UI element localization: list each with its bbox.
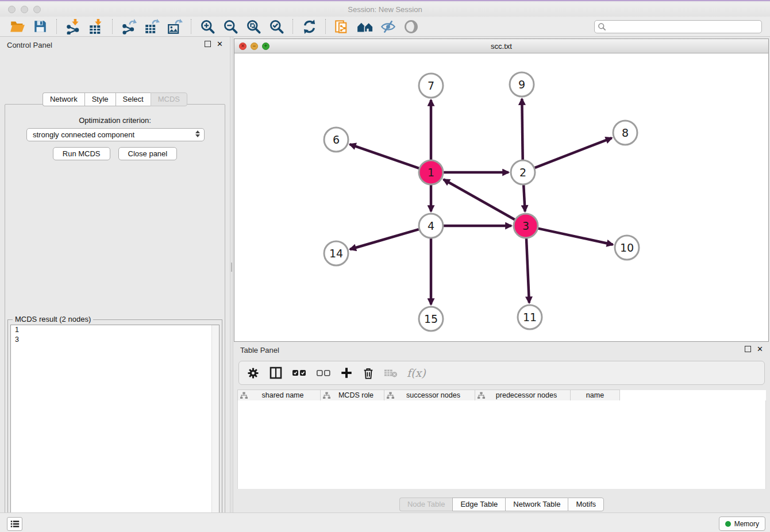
mcds-result-item[interactable]: 1 <box>11 325 219 335</box>
create-column-button[interactable] <box>340 367 353 379</box>
svg-text:7: 7 <box>428 79 434 92</box>
zoom-fit-button[interactable] <box>245 18 262 35</box>
two-houses-icon <box>357 19 374 34</box>
search-input[interactable] <box>594 20 762 33</box>
tab-network-table[interactable]: Network Table <box>505 498 568 511</box>
tab-mcds[interactable]: MCDS <box>151 92 187 106</box>
column-header-name[interactable]: name <box>571 390 620 401</box>
run-mcds-button[interactable]: Run MCDS <box>53 147 110 160</box>
result-scrollbar[interactable] <box>211 325 219 532</box>
graph-edge-3-10[interactable] <box>538 229 613 245</box>
hide-details-button[interactable] <box>379 18 396 35</box>
mcds-result-title: MCDS result (2 nodes) <box>13 315 93 323</box>
export-table-button[interactable] <box>143 18 160 35</box>
graph-edge-2-3[interactable] <box>523 185 525 211</box>
open-session-button[interactable] <box>9 18 26 35</box>
search-field[interactable] <box>594 20 762 33</box>
save-session-button[interactable] <box>32 18 49 35</box>
memory-button[interactable]: Memory <box>719 516 765 531</box>
zoom-selected-icon <box>269 19 284 34</box>
graph-node-6[interactable]: 6 <box>324 128 348 152</box>
table-settings-button[interactable] <box>247 367 260 380</box>
delete-column-button[interactable] <box>362 367 375 380</box>
selected-criterion: strongly connected component <box>33 130 134 139</box>
mcds-result-list[interactable]: 1 3 <box>10 325 220 532</box>
birdseye-view-button[interactable] <box>402 18 419 35</box>
minimize-window-icon[interactable] <box>21 6 28 13</box>
maximize-view-icon[interactable]: + <box>262 43 270 50</box>
tab-node-table[interactable]: Node Table <box>399 498 453 511</box>
network-file-title: scc.txt <box>234 42 768 51</box>
tab-motifs[interactable]: Motifs <box>568 498 604 511</box>
graph-edge-2-8[interactable] <box>535 138 612 168</box>
deselect-all-button[interactable] <box>316 367 331 379</box>
export-table-icon <box>144 19 160 34</box>
session-title: Session: New Session <box>0 5 770 14</box>
memory-label: Memory <box>734 520 759 528</box>
show-column-button[interactable] <box>269 366 283 380</box>
column-header-shared-name[interactable]: shared name <box>238 390 321 401</box>
zoom-out-button[interactable] <box>222 18 239 35</box>
close-panel-button[interactable]: Close panel <box>118 147 178 160</box>
graph-edge-3-11[interactable] <box>526 238 529 303</box>
zoom-window-icon[interactable] <box>33 6 41 13</box>
tab-edge-table[interactable]: Edge Table <box>452 498 505 511</box>
close-view-icon[interactable]: ✕ <box>239 43 247 50</box>
graph-edge-1-6[interactable] <box>350 144 419 168</box>
refresh-layout-button[interactable] <box>301 18 318 35</box>
graph-edge-2-9[interactable] <box>522 99 522 160</box>
toolbar-separator <box>112 19 113 34</box>
column-header-successor-nodes[interactable]: successor nodes <box>384 390 475 401</box>
close-panel-icon[interactable]: ✕ <box>217 41 223 47</box>
export-image-icon <box>167 19 183 34</box>
network-graph[interactable]: 7968124314101511 <box>234 53 768 341</box>
table-panel-title: Table Panel <box>240 346 279 354</box>
graph-node-11[interactable]: 11 <box>518 305 542 329</box>
graph-node-2[interactable]: 2 <box>511 160 535 184</box>
zoom-in-button[interactable] <box>199 18 216 35</box>
graph-node-10[interactable]: 10 <box>615 236 639 260</box>
save-floppy-icon <box>33 19 48 34</box>
mcds-result-item[interactable]: 3 <box>11 335 219 345</box>
list-icon <box>10 519 20 529</box>
column-header-predecessor-nodes[interactable]: predecessor nodes <box>475 390 571 401</box>
zoom-selected-button[interactable] <box>268 18 285 35</box>
clone-network-button[interactable] <box>333 18 351 35</box>
network-window-titlebar[interactable]: ✕ − + scc.txt <box>234 39 768 53</box>
close-window-icon[interactable] <box>8 6 16 13</box>
float-panel-icon[interactable] <box>205 41 211 47</box>
graph-node-7[interactable]: 7 <box>419 74 443 98</box>
graph-node-8[interactable]: 8 <box>613 121 637 145</box>
network-canvas[interactable]: 7968124314101511 <box>234 53 768 341</box>
window-traffic-lights[interactable] <box>8 6 41 13</box>
tab-style[interactable]: Style <box>84 92 116 106</box>
application-window: Session: New Session <box>0 0 770 532</box>
network-view-window: ✕ − + scc.txt 7968124314101511 <box>234 38 769 342</box>
graph-node-14[interactable]: 14 <box>324 241 348 265</box>
column-header-mcds-role[interactable]: MCDS role <box>321 390 384 401</box>
svg-text:2: 2 <box>519 166 526 179</box>
float-panel-icon[interactable] <box>745 346 751 352</box>
import-table-button[interactable] <box>87 18 105 35</box>
export-network-button[interactable] <box>120 18 137 35</box>
import-network-button[interactable] <box>64 18 82 35</box>
graph-node-3[interactable]: 3 <box>514 214 538 238</box>
optimization-criterion-select[interactable]: strongly connected component <box>26 128 205 141</box>
zoom-out-icon <box>223 19 238 34</box>
graph-node-15[interactable]: 15 <box>419 307 443 331</box>
hierarchy-icon <box>387 392 394 399</box>
graph-node-4[interactable]: 4 <box>419 214 443 238</box>
show-tasks-button[interactable] <box>7 517 22 531</box>
tab-select[interactable]: Select <box>116 92 151 106</box>
graph-edge-3-1[interactable] <box>444 179 515 219</box>
graph-edge-4-14[interactable] <box>350 229 419 249</box>
export-image-button[interactable] <box>166 18 183 35</box>
close-panel-icon[interactable]: ✕ <box>757 346 763 352</box>
graph-node-9[interactable]: 9 <box>510 72 534 97</box>
tab-network[interactable]: Network <box>43 92 84 106</box>
graph-node-1[interactable]: 1 <box>419 160 443 184</box>
graphics-details-button[interactable] <box>356 18 374 35</box>
select-all-button[interactable] <box>292 367 307 379</box>
toolbar-separator <box>325 19 326 34</box>
minimize-view-icon[interactable]: − <box>251 43 258 50</box>
